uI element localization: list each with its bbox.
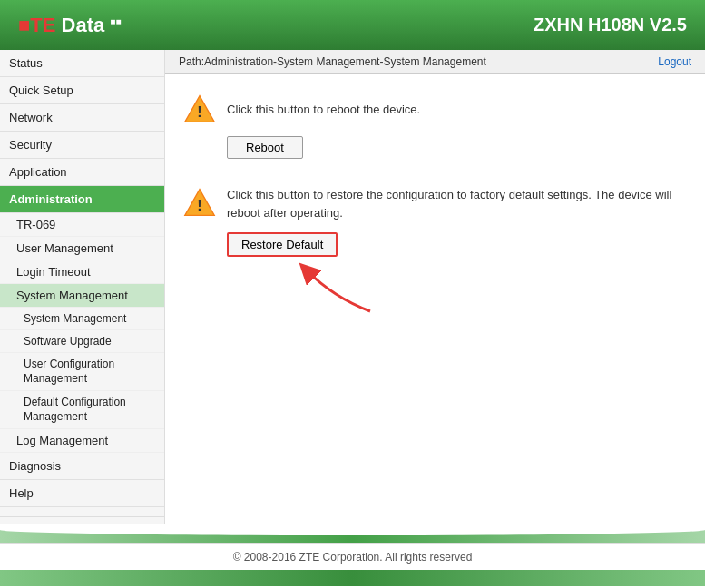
content-area: Path:Administration-System Management-Sy… <box>165 50 705 524</box>
reboot-row: ! Click this button to reboot the device… <box>183 93 420 125</box>
green-divider <box>0 524 705 543</box>
sidebar-item-diagnosis[interactable]: Diagnosis <box>0 453 164 480</box>
sidebar-item-tr069[interactable]: TR-069 <box>0 213 164 237</box>
reboot-btn-row: Reboot <box>227 136 303 159</box>
svg-text:!: ! <box>197 103 201 120</box>
sidebar-item-network[interactable]: Network <box>0 104 164 132</box>
arrow-annotation <box>270 261 416 316</box>
svg-text:!: ! <box>197 197 201 213</box>
footer: © 2008-2016 ZTE Corporation. All rights … <box>0 543 705 570</box>
content-body: ! Click this button to reboot the device… <box>165 74 705 334</box>
sidebar-item-userconfigmgmt[interactable]: User ConfigurationManagement <box>0 353 164 391</box>
breadcrumb: Path:Administration-System Management-Sy… <box>165 50 705 74</box>
header: ■TE Data ■■ ZXHN H108N V2.5 <box>0 0 705 50</box>
copyright-text: © 2008-2016 ZTE Corporation. All rights … <box>233 551 473 564</box>
sidebar-item-logmanagement[interactable]: Log Management <box>0 429 164 453</box>
sidebar-item-softwareupgrade[interactable]: Software Upgrade <box>0 330 164 353</box>
reboot-button[interactable]: Reboot <box>227 136 303 159</box>
sidebar-item-quicksetup[interactable]: Quick Setup <box>0 77 164 104</box>
warning-icon: ! <box>183 93 216 125</box>
arrow-svg <box>279 252 416 316</box>
logout-button[interactable]: Logout <box>658 55 691 68</box>
reboot-text: Click this button to reboot the device. <box>227 103 420 116</box>
restore-btn-row: Restore Default <box>227 232 687 316</box>
sidebar-item-administration[interactable]: Administration <box>0 186 164 213</box>
warning-icon-2: ! <box>183 186 216 219</box>
sidebar-item-logintimeout[interactable]: Login Timeout <box>0 260 164 284</box>
bottom-bar <box>0 570 705 586</box>
sidebar: Status Quick Setup Network Security Appl… <box>0 50 165 524</box>
sidebar-item-systemmanagement-parent[interactable]: System Management <box>0 284 164 308</box>
sidebar-item-status[interactable]: Status <box>0 50 164 77</box>
sidebar-item-defaultconfigmgmt[interactable]: Default ConfigurationManagement <box>0 391 164 429</box>
device-name: ZXHN H108N V2.5 <box>534 15 687 35</box>
sidebar-item-application[interactable]: Application <box>0 159 164 186</box>
restore-row: ! Click this button to restore the confi… <box>183 186 687 221</box>
restore-text: Click this button to restore the configu… <box>227 186 687 221</box>
reboot-section: ! Click this button to reboot the device… <box>183 93 687 159</box>
sidebar-item-security[interactable]: Security <box>0 132 164 159</box>
breadcrumb-path: Path:Administration-System Management-Sy… <box>179 55 486 68</box>
sidebar-item-help-nav[interactable]: Help <box>0 480 164 507</box>
sidebar-item-systemmanagement[interactable]: System Management <box>0 308 164 330</box>
restore-section: ! Click this button to restore the confi… <box>183 186 687 316</box>
sidebar-item-usermanagement[interactable]: User Management <box>0 237 164 260</box>
help-section[interactable]: ? Help <box>0 516 164 524</box>
logo-icon: ■TE Data ■■ <box>18 14 121 37</box>
logo-area: ■TE Data ■■ <box>18 14 124 37</box>
